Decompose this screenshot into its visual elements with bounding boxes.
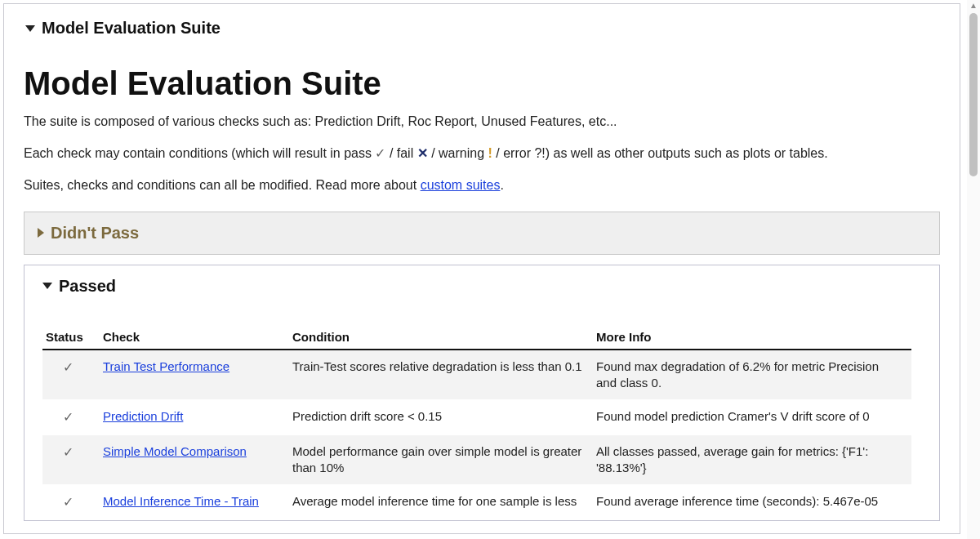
intro-line-1: The suite is composed of various checks … [24,112,940,131]
chevron-right-icon [38,228,44,238]
col-condition: Condition [289,325,593,350]
condition-cell: Prediction drift score < 0.15 [289,400,593,435]
passed-header[interactable]: Passed [24,265,939,302]
intro-text: / warning [431,146,488,160]
check-cell: Train Test Performance [100,350,289,400]
check-cell: Simple Model Comparison [100,434,289,485]
status-pass-icon: ✓ [42,434,100,485]
status-pass-icon: ✓ [42,400,100,435]
passed-results-table: Status Check Condition More Info ✓ Train… [42,325,911,520]
scroll-up-icon[interactable]: ▲ [969,2,978,11]
pass-icon: ✓ [375,146,385,160]
check-link[interactable]: Train Test Performance [103,359,229,373]
suite-collapse-title: Model Evaluation Suite [42,19,220,38]
more-info-cell: All classes passed, average gain for met… [593,434,911,485]
table-row: ✓ Simple Model Comparison Model performa… [42,434,911,485]
viewport: Model Evaluation Suite Model Evaluation … [0,0,980,539]
condition-cell: Train-Test scores relative degradation i… [289,350,593,400]
status-pass-icon: ✓ [42,485,100,520]
chevron-down-icon [42,283,52,289]
status-pass-icon: ✓ [42,350,100,400]
intro-text: / fail [390,146,417,160]
didnt-pass-header[interactable]: Didn't Pass [38,224,926,243]
col-status: Status [42,325,100,350]
fail-icon: ✕ [417,146,428,160]
check-cell: Prediction Drift [100,400,289,435]
didnt-pass-panel[interactable]: Didn't Pass [24,212,940,255]
more-info-cell: Found model prediction Cramer's V drift … [593,400,911,435]
more-info-cell: Found average inference time (seconds): … [593,485,911,520]
more-info-cell: Found max degradation of 6.2% for metric… [593,350,911,400]
check-link[interactable]: Model Inference Time - Train [103,494,259,508]
chevron-down-icon [25,25,35,32]
table-row: ✓ Train Test Performance Train-Test scor… [42,350,911,400]
check-link[interactable]: Simple Model Comparison [103,444,247,458]
col-check: Check [100,325,289,350]
intro-text: / error ?!) as well as other outputs suc… [496,146,827,160]
warning-icon: ! [488,146,492,160]
table-row: ✓ Model Inference Time - Train Average m… [42,485,911,520]
condition-cell: Model performance gain over simple model… [289,434,593,485]
intro-text: Suites, checks and conditions can all be… [24,178,421,192]
table-row: ✓ Prediction Drift Prediction drift scor… [42,400,911,435]
scrollbar-thumb[interactable] [969,13,978,176]
custom-suites-link[interactable]: custom suites [421,178,501,192]
content-pane: Model Evaluation Suite Model Evaluation … [3,3,960,534]
intro-line-2: Each check may contain conditions (which… [24,144,940,163]
check-cell: Model Inference Time - Train [100,485,289,520]
intro-line-3: Suites, checks and conditions can all be… [24,176,940,194]
scrollbar-track[interactable]: ▲ [967,0,980,539]
intro-text: Each check may contain conditions (which… [24,146,375,160]
col-more-info: More Info [593,325,911,350]
intro-text: . [500,178,503,192]
table-header-row: Status Check Condition More Info [42,325,911,350]
check-link[interactable]: Prediction Drift [103,409,183,423]
passed-panel: Passed Status Check Condition More Info … [24,265,940,521]
didnt-pass-title: Didn't Pass [51,224,139,243]
suite-collapse-header[interactable]: Model Evaluation Suite [4,4,960,38]
page-title: Model Evaluation Suite [24,65,960,102]
condition-cell: Average model inference time for one sam… [289,485,593,520]
passed-title: Passed [59,277,116,296]
